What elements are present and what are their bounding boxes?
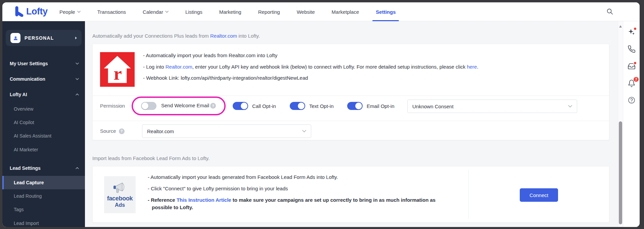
nav-settings-label: Settings <box>376 9 396 15</box>
source-dropdown-value: Realtor.com <box>147 128 174 134</box>
sidebar-item-ai-copilot[interactable]: AI Copilot <box>2 117 85 127</box>
group-label: My User Settings <box>10 61 48 66</box>
call-opt-in-toggle[interactable] <box>233 102 248 110</box>
connect-button[interactable]: Connect <box>520 188 558 202</box>
facebook-bullet-3: - Reference This Instruction Article to … <box>148 196 443 211</box>
phone-icon[interactable] <box>628 45 636 53</box>
chevron-right-icon <box>75 37 77 39</box>
source-label: Source <box>100 128 116 135</box>
app-window: Lofty People Transactions Calendar Listi… <box>2 2 640 227</box>
inbox-icon[interactable] <box>628 62 636 70</box>
send-welcome-email-highlight: Send Welcome Email ? <box>132 97 226 115</box>
email-opt-in-toggle[interactable] <box>347 102 363 110</box>
permission-label: Permission <box>100 103 125 109</box>
send-welcome-email-toggle[interactable] <box>141 102 156 110</box>
facebook-section-intro: Import leads from Facebook Lead Form Ads… <box>92 155 210 162</box>
facebook-logo-text: facebook <box>107 195 133 202</box>
divider <box>468 170 469 219</box>
help-icon[interactable]: ? <box>210 103 216 109</box>
nav-website-label: Website <box>297 9 315 15</box>
email-opt-in-label: Email Opt-in <box>367 103 395 109</box>
instruction-article-link[interactable]: This Instruction Article <box>177 197 231 203</box>
bullet-text: - Reference <box>148 197 177 203</box>
group-label: Communication <box>10 76 45 82</box>
chevron-up-icon <box>76 167 79 169</box>
realtor-bullet-1: - Automatically import your leads from R… <box>143 52 600 59</box>
search-icon[interactable] <box>606 8 614 16</box>
nav-marketing-label: Marketing <box>219 9 241 15</box>
sidebar-group-my-user-settings[interactable]: My User Settings <box>2 59 85 69</box>
call-opt-in-group: Call Opt-in <box>233 102 276 110</box>
sidebar-item-ai-sales-assistant[interactable]: AI Sales Assistant <box>2 131 85 141</box>
nav-marketplace-label: Marketplace <box>332 9 359 15</box>
bell-icon[interactable]: 7 <box>628 79 636 87</box>
intro-text: Automatically add your Connections Plus … <box>92 33 210 39</box>
nav-marketing[interactable]: Marketing <box>219 2 241 21</box>
realtor-bullet-webhook: - Webhook Link: lofty.com/api/thirdparty… <box>143 74 600 81</box>
active-tab-underline <box>372 20 399 21</box>
nav-reporting-label: Reporting <box>258 9 280 15</box>
nav-listings-label: Listings <box>185 9 202 15</box>
realtor-login-link[interactable]: Realtor.com <box>166 64 192 70</box>
nav-settings[interactable]: Settings <box>376 2 396 21</box>
sidebar-item-lead-import[interactable]: Lead Import <box>2 218 85 227</box>
text-opt-in-group: Text Opt-in <box>290 102 334 110</box>
facebook-integration-card: facebook Ads - Automatically import your… <box>92 166 609 223</box>
source-label-row: Source ? <box>100 128 125 135</box>
nav-marketplace[interactable]: Marketplace <box>332 2 359 21</box>
top-navbar: Lofty People Transactions Calendar Listi… <box>2 2 640 21</box>
sidebar-item-tags[interactable]: Tags <box>2 204 85 215</box>
nav-transactions-label: Transactions <box>97 9 126 15</box>
help-icon[interactable] <box>628 96 636 104</box>
email-opt-in-group: Email Opt-in <box>347 102 395 110</box>
svg-text:r: r <box>113 63 122 84</box>
toggle-knob <box>241 103 247 109</box>
realtor-integration-card: r - Automatically import your leads from… <box>92 44 609 140</box>
sidebar-item-lead-capture[interactable]: Lead Capture <box>2 176 85 189</box>
lofty-logo-icon <box>14 6 24 17</box>
consent-dropdown-value: Unknown Consent <box>412 104 454 109</box>
nav-calendar[interactable]: Calendar <box>143 2 169 21</box>
connect-button-label: Connect <box>530 192 548 198</box>
scrollbar-thumb[interactable] <box>619 121 622 224</box>
sidebar-item-ai-marketer[interactable]: AI Marketer <box>2 145 85 155</box>
divider <box>93 121 609 121</box>
ai-sparkle-icon[interactable] <box>628 28 636 36</box>
main-nav: People Transactions Calendar Listings Ma… <box>59 2 396 21</box>
chevron-down-icon <box>76 63 79 65</box>
source-dropdown[interactable]: Realtor.com <box>142 124 311 138</box>
facebook-bullet-2: - Click "Connect" to give Lofty permissi… <box>148 185 288 192</box>
bullet-text: . <box>477 64 478 70</box>
scroll-up-arrow[interactable] <box>619 25 622 28</box>
group-label: Lofty AI <box>10 92 27 97</box>
chevron-up-icon <box>76 93 79 96</box>
help-icon[interactable]: ? <box>119 128 125 134</box>
sidebar-item-lead-routing[interactable]: Lead Routing <box>2 191 85 201</box>
sidebar-group-lead-settings[interactable]: Lead Settings <box>2 163 85 173</box>
notification-dot <box>633 27 637 31</box>
lofty-logo[interactable]: Lofty <box>14 6 47 17</box>
nav-reporting[interactable]: Reporting <box>258 2 280 21</box>
workspace-label: PERSONAL <box>25 35 71 41</box>
right-icon-rail: 7 <box>623 2 640 227</box>
nav-website[interactable]: Website <box>297 2 315 21</box>
facebook-ads-text: Ads <box>115 202 125 208</box>
sidebar-group-communication[interactable]: Communication <box>2 74 85 84</box>
realtor-link[interactable]: Realtor.com <box>210 33 237 39</box>
nav-listings[interactable]: Listings <box>185 2 202 21</box>
consent-dropdown[interactable]: Unknown Consent <box>407 100 577 113</box>
send-welcome-email-label: Send Welcome Email <box>161 103 209 108</box>
vertical-scrollbar[interactable] <box>618 21 623 227</box>
lofty-logo-text: Lofty <box>26 6 47 17</box>
workspace-selector[interactable]: PERSONAL <box>6 30 82 46</box>
nav-people-label: People <box>59 9 75 15</box>
sidebar-item-overview[interactable]: Overview <box>2 104 85 114</box>
realtor-logo: r <box>100 52 135 87</box>
sidebar-group-lofty-ai[interactable]: Lofty AI <box>2 89 85 100</box>
nav-people[interactable]: People <box>59 2 81 21</box>
setup-instructions-link[interactable]: here <box>467 64 477 70</box>
intro-text: into Lofty. <box>237 33 260 39</box>
nav-transactions[interactable]: Transactions <box>97 2 126 21</box>
notification-count-badge: 7 <box>633 77 639 82</box>
text-opt-in-toggle[interactable] <box>290 102 305 110</box>
